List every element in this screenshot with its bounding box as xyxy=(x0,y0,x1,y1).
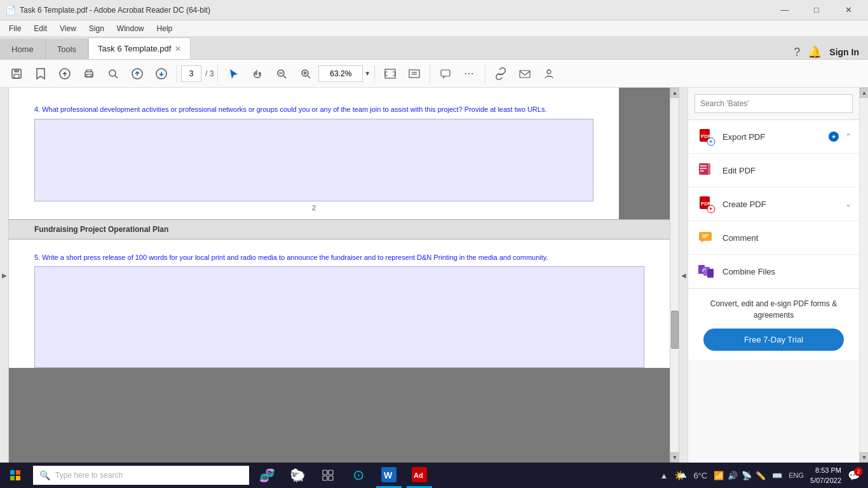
left-panel-toggle[interactable]: ▶ xyxy=(0,88,9,463)
zoom-out-button[interactable] xyxy=(270,62,293,85)
menu-help[interactable]: Help xyxy=(151,20,179,36)
taskbar-sheep-icon[interactable]: 🐑 xyxy=(285,463,310,488)
stylus-icon[interactable]: ✏️ xyxy=(756,471,766,480)
scroll-up-button[interactable] xyxy=(126,62,149,85)
bookmark-button[interactable] xyxy=(29,62,52,85)
volume-icon[interactable]: 🔊 xyxy=(728,471,738,480)
send-email-button[interactable] xyxy=(513,62,536,85)
taskbar-emoji-icon[interactable]: 🧬 xyxy=(254,463,280,488)
scroll-down-button[interactable] xyxy=(150,62,173,85)
network-icon[interactable]: 📶 xyxy=(714,471,724,480)
tab-bar-actions: ? 🔔 Sign In xyxy=(785,45,868,59)
create-pdf-item[interactable]: PDF + Create PDF ⌄ xyxy=(688,187,859,221)
menu-edit[interactable]: Edit xyxy=(27,20,53,36)
right-panel-search xyxy=(688,88,859,120)
tab-active-file[interactable]: Task 6 Template.pdf ✕ xyxy=(88,37,191,59)
help-icon[interactable]: ? xyxy=(794,46,800,59)
page-number-input[interactable] xyxy=(181,65,201,82)
page-number-display: 2 xyxy=(34,201,593,214)
answer-box-4 xyxy=(34,119,593,201)
minimize-button[interactable]: — xyxy=(770,1,799,19)
svg-rect-47 xyxy=(323,470,327,475)
menu-window[interactable]: Window xyxy=(111,20,151,36)
title-bar: 📄 Task 6 Template.pdf - Adobe Acrobat Re… xyxy=(0,0,868,20)
find-button[interactable] xyxy=(102,62,125,85)
comment-toolbar-button[interactable] xyxy=(434,62,457,85)
fit-page-button[interactable] xyxy=(379,62,402,85)
scroll-thumb[interactable] xyxy=(671,311,679,349)
tab-bar: Home Tools Task 6 Template.pdf ✕ ? 🔔 Sig… xyxy=(0,37,868,60)
upload-button[interactable] xyxy=(53,62,76,85)
combine-files-item[interactable]: Combine Files xyxy=(688,255,859,288)
clock[interactable]: 8:53 PM 5/07/2022 xyxy=(810,465,841,486)
taskbar: 🔍 Type here to search 🧬 🐑 ⊙ W xyxy=(0,463,868,488)
svg-rect-22 xyxy=(520,71,530,78)
notification-center-button[interactable]: 💬 xyxy=(848,470,860,482)
close-button[interactable]: ✕ xyxy=(834,1,863,19)
sign-in-button[interactable]: Sign In xyxy=(829,47,859,57)
right-panel-toggle[interactable]: ◀ xyxy=(679,88,688,463)
svg-rect-50 xyxy=(329,476,333,480)
svg-rect-42 xyxy=(707,269,714,278)
svg-rect-31 xyxy=(700,168,707,169)
svg-rect-18 xyxy=(409,70,419,78)
tab-home[interactable]: Home xyxy=(0,39,46,59)
comment-item[interactable]: Comment xyxy=(688,221,859,255)
task-view-button[interactable] xyxy=(315,463,341,488)
svg-rect-30 xyxy=(700,165,707,166)
tab-tools[interactable]: Tools xyxy=(46,39,88,59)
notification-icon[interactable]: 🔔 xyxy=(808,45,822,59)
scroll-up-arrow[interactable]: ▲ xyxy=(670,88,679,98)
svg-rect-46 xyxy=(16,476,20,480)
taskbar-adobe-icon[interactable]: Ad xyxy=(407,463,432,488)
trial-button[interactable]: Free 7-Day Trial xyxy=(703,329,844,351)
account-button[interactable] xyxy=(538,62,560,85)
pdf-page: 4. What professional development activit… xyxy=(9,88,619,219)
zoom-in-button[interactable] xyxy=(294,62,317,85)
edit-pdf-item[interactable]: Edit PDF xyxy=(688,154,859,187)
app-icon: 📄 xyxy=(5,5,16,15)
start-button[interactable] xyxy=(0,463,31,488)
select-tool-button[interactable] xyxy=(222,62,245,85)
menu-view[interactable]: View xyxy=(53,20,83,36)
menu-file[interactable]: File xyxy=(3,20,27,36)
menu-sign[interactable]: Sign xyxy=(83,20,111,36)
q5-area: 5. Write a short press release of 100 wo… xyxy=(9,240,670,369)
wifi-icon[interactable]: 📡 xyxy=(742,471,752,480)
language-indicator: ENG xyxy=(789,471,804,479)
zoom-input[interactable] xyxy=(318,65,363,82)
svg-rect-1 xyxy=(14,69,19,72)
share-link-button[interactable] xyxy=(489,62,512,85)
trial-section: Convert, edit and e-sign PDF forms & agr… xyxy=(688,288,859,360)
maximize-button[interactable]: □ xyxy=(802,1,831,19)
print-button[interactable] xyxy=(78,62,100,85)
create-pdf-label: Create PDF xyxy=(722,200,839,209)
read-mode-button[interactable] xyxy=(403,62,426,85)
zoom-dropdown-button[interactable]: ▼ xyxy=(364,70,370,77)
trial-description: Convert, edit and e-sign PDF forms & agr… xyxy=(696,298,851,321)
window-title: Task 6 Template.pdf - Adobe Acrobat Read… xyxy=(20,6,770,15)
rp-scroll-up[interactable]: ▲ xyxy=(860,88,868,98)
question-4-text: 4. What professional development activit… xyxy=(34,104,593,115)
svg-rect-43 xyxy=(10,470,15,475)
section-divider: Fundraising Project Operational Plan xyxy=(9,219,670,240)
toolbar-separator-5 xyxy=(485,65,485,83)
export-pdf-label: Export PDF xyxy=(722,132,822,142)
overflow-icon[interactable]: ▲ xyxy=(660,471,668,480)
taskbar-search-text[interactable]: Type here to search xyxy=(55,471,123,480)
rp-scroll-down[interactable]: ▼ xyxy=(860,452,868,463)
active-tab-label: Task 6 Template.pdf xyxy=(98,44,171,53)
taskbar-edge-icon[interactable]: ⊙ xyxy=(346,463,371,488)
pdf-scrollbar: ▲ ▼ xyxy=(670,88,679,463)
keyboard-icon[interactable]: ⌨️ xyxy=(772,471,782,480)
scroll-down-arrow[interactable]: ▼ xyxy=(670,452,679,463)
taskbar-word-icon[interactable]: W xyxy=(376,463,402,488)
more-tools-button[interactable]: ⋯ xyxy=(458,62,481,85)
hand-tool-button[interactable] xyxy=(246,62,269,85)
save-button[interactable] xyxy=(5,62,28,85)
svg-rect-5 xyxy=(86,74,92,77)
bates-search-input[interactable] xyxy=(695,94,853,113)
export-pdf-item[interactable]: PDF + Export PDF ★ ⌃ xyxy=(688,120,859,154)
taskbar-search-icon: 🔍 xyxy=(39,470,50,480)
close-tab-button[interactable]: ✕ xyxy=(175,44,181,53)
